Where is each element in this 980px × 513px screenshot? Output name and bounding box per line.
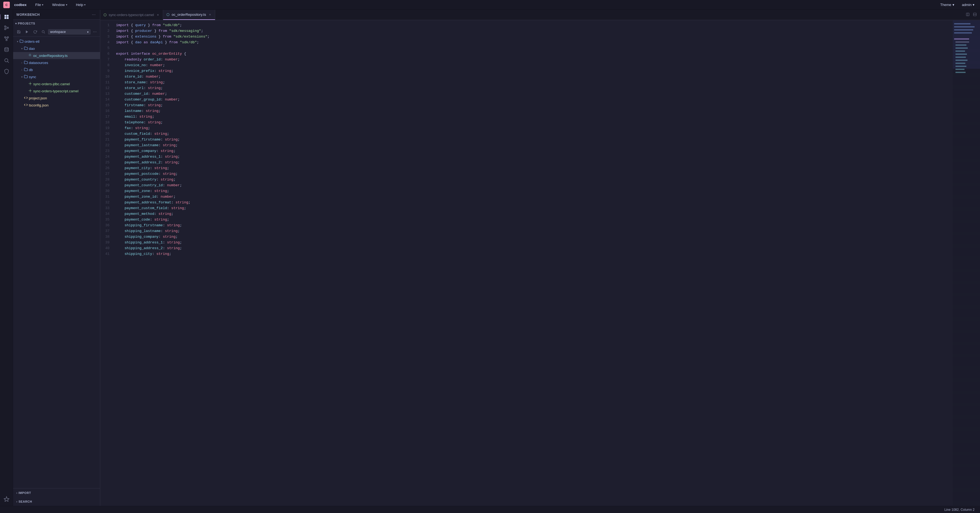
db-folder-icon xyxy=(24,68,28,72)
svg-line-14 xyxy=(6,38,8,40)
sidebar-header: Workbench ⋯ xyxy=(13,10,100,20)
line-numbers: 12345 678910 1112131415 1617181920 21222… xyxy=(100,20,114,506)
workspace-selector[interactable]: workspace ▾ xyxy=(48,29,91,35)
activity-search[interactable] xyxy=(2,56,11,65)
file-tree: ▾ orders-etl ▾ dao {} xyxy=(13,37,100,488)
code-line-20: custom_field: string; xyxy=(114,131,953,137)
tab-actions xyxy=(963,11,980,18)
import-section[interactable]: › IMPORT xyxy=(13,489,100,497)
svg-rect-43 xyxy=(956,68,964,70)
sync-label: sync xyxy=(29,75,36,79)
code-line-9: invoice_prefix: string; xyxy=(114,68,953,74)
sidebar-toolbar: workspace ▾ ⋯ xyxy=(13,27,100,37)
code-line-41: shipping_city: string; xyxy=(114,251,953,257)
code-line-15: firstname: string; xyxy=(114,102,953,108)
workspace-chevron-icon: ▾ xyxy=(87,30,89,33)
code-line-25: payment_address_2: string; xyxy=(114,160,953,165)
tree-item-orders-etl[interactable]: ▾ orders-etl xyxy=(13,38,100,45)
tree-item-tsconfig-json[interactable]: tsconfig.json xyxy=(13,102,100,109)
theme-button[interactable]: Theme ▾ xyxy=(938,2,956,8)
activity-extensions[interactable] xyxy=(2,494,11,504)
code-line-27: payment_postcode: string; xyxy=(114,171,953,177)
code-line-7: readonly order_id: number; xyxy=(114,57,953,62)
svg-line-21 xyxy=(44,33,45,33)
tab-close-oc-repo[interactable]: × xyxy=(208,13,212,17)
code-line-37: shipping_lastname: string; xyxy=(114,228,953,234)
tab-sync-orders-typescript[interactable]: ⬡ sync-orders-typescript.camel × xyxy=(100,10,163,20)
code-line-30: payment_zone: string; xyxy=(114,188,953,194)
sync-jdbc-label: sync-orders-jdbc.camel xyxy=(33,82,70,86)
oc-repo-ts-icon: {} xyxy=(28,53,32,58)
menu-help[interactable]: Help ▾ xyxy=(74,2,88,8)
db-chevron-icon: › xyxy=(20,68,24,71)
datasources-chevron-icon: › xyxy=(20,61,24,64)
tsconfig-json-icon xyxy=(24,103,28,108)
svg-point-24 xyxy=(30,90,31,91)
tab-oc-order-repository[interactable]: ⬡ oc_orderRepository.ts × xyxy=(163,10,215,20)
code-line-19: fax: string; xyxy=(114,125,953,131)
svg-point-6 xyxy=(7,27,8,29)
activity-git[interactable] xyxy=(2,34,11,44)
code-line-3: import { extensions } from "sdk/extensio… xyxy=(114,34,953,40)
sidebar-tree-more-button[interactable]: ⋯ xyxy=(92,29,98,35)
main: Workbench ⋯ ▾ PROJECTS work xyxy=(0,10,980,506)
run-button[interactable] xyxy=(24,28,30,35)
tree-item-db[interactable]: › db xyxy=(13,66,100,73)
titlebar-right: Theme ▾ admin ▾ xyxy=(938,2,977,8)
project-json-icon xyxy=(24,96,28,100)
search-section[interactable]: › SEARCH xyxy=(13,497,100,506)
datasources-folder-icon xyxy=(24,60,28,65)
activity-security[interactable] xyxy=(2,67,11,76)
sync-ts-camel-icon xyxy=(28,89,32,94)
projects-section-header[interactable]: ▾ PROJECTS xyxy=(13,20,100,27)
activity-source-control[interactable] xyxy=(2,23,11,33)
tree-item-project-json[interactable]: project.json xyxy=(13,94,100,102)
app-name: codbex xyxy=(14,3,27,7)
svg-point-10 xyxy=(4,37,6,38)
search-button[interactable] xyxy=(40,28,47,35)
code-line-22: payment_lastname: string; xyxy=(114,142,953,148)
code-editor[interactable]: import { query } from "sdk/db"; import {… xyxy=(114,20,953,506)
svg-point-12 xyxy=(6,40,7,41)
orders-etl-label: orders-etl xyxy=(24,40,40,44)
menu-window[interactable]: Window ▾ xyxy=(50,2,69,8)
svg-rect-0 xyxy=(4,15,6,17)
admin-button[interactable]: admin ▾ xyxy=(960,2,977,8)
tree-item-oc-order-repo[interactable]: {} oc_orderRepository.ts xyxy=(13,52,100,59)
app-logo: C xyxy=(3,2,10,8)
window-menu-chevron: ▾ xyxy=(66,3,67,6)
menu-file[interactable]: File ▾ xyxy=(33,2,46,8)
sidebar-more-button[interactable]: ⋯ xyxy=(91,12,97,17)
svg-marker-19 xyxy=(26,30,28,33)
svg-point-4 xyxy=(4,26,6,27)
svg-line-18 xyxy=(7,62,9,63)
sidebar-actions: ⋯ xyxy=(91,12,97,17)
cursor-position[interactable]: Line 1082, Column 2 xyxy=(942,508,977,511)
split-editor-button[interactable] xyxy=(965,11,971,18)
camel-file-icon: ⬡ xyxy=(103,13,107,17)
refresh-button[interactable] xyxy=(32,28,39,35)
activity-database[interactable] xyxy=(2,44,11,54)
editor-content: 12345 678910 1112131415 1617181920 21222… xyxy=(100,20,980,506)
split-editor-down-button[interactable] xyxy=(972,11,978,18)
oc-repo-label: oc_orderRepository.ts xyxy=(33,54,68,58)
tab-close-sync[interactable]: × xyxy=(156,13,160,17)
tree-item-sync[interactable]: ▾ sync xyxy=(13,73,100,80)
activity-workbench[interactable] xyxy=(2,12,11,22)
tree-item-sync-typescript[interactable]: sync-orders-typescript.camel xyxy=(13,87,100,94)
save-button[interactable] xyxy=(15,28,22,35)
tsconfig-json-label: tsconfig.json xyxy=(29,103,48,107)
tree-item-datasources[interactable]: › datasources xyxy=(13,59,100,66)
dao-chevron-icon: ▾ xyxy=(20,47,24,50)
projects-chevron-icon: ▾ xyxy=(15,22,17,25)
help-menu-chevron: ▾ xyxy=(84,3,86,6)
code-line-12: store_url: string; xyxy=(114,85,953,91)
workbench-title: Workbench xyxy=(16,13,40,17)
svg-rect-2 xyxy=(4,17,6,19)
tree-item-sync-jdbc[interactable]: sync-orders-jdbc.camel xyxy=(13,80,100,87)
svg-point-20 xyxy=(42,30,44,33)
tree-item-dao[interactable]: ▾ dao xyxy=(13,45,100,52)
project-json-label: project.json xyxy=(29,96,47,100)
code-line-11: store_name: string; xyxy=(114,79,953,85)
activitybar xyxy=(0,10,13,506)
